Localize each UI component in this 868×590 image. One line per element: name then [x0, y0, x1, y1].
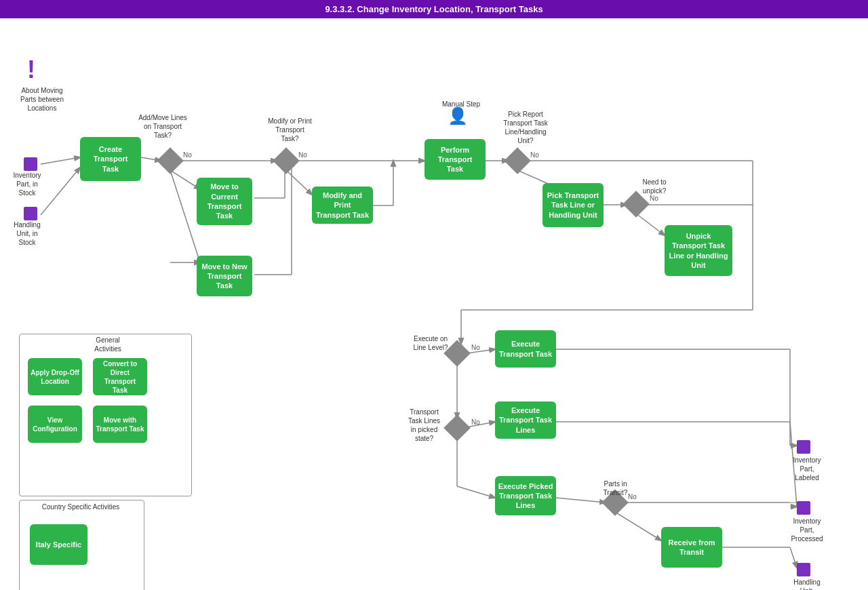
- diamond-modify-print-label: Modify or PrintTransportTask?: [261, 117, 319, 143]
- about-moving-label: About MovingParts betweenLocations: [8, 86, 76, 113]
- diamond-add-move-label: Add/Move Lineson TransportTask?: [132, 113, 193, 140]
- diamond-picked-state-label: TransportTask Linesin pickedstate?: [399, 408, 450, 443]
- diamond-line-level-label: Execute onLine Level?: [407, 334, 454, 352]
- about-icon: !: [27, 56, 35, 84]
- no-label-4: No: [650, 195, 658, 202]
- handling-unit-processed-label: HandlingUnit,Processed: [780, 578, 834, 590]
- convert-direct-box[interactable]: Convert toDirect TransportTask: [93, 358, 147, 395]
- svg-line-28: [457, 486, 495, 498]
- svg-line-40: [790, 547, 797, 568]
- svg-line-33: [615, 512, 661, 540]
- receive-transit-box[interactable]: Receive fromTransit: [661, 527, 722, 568]
- perform-transport-box[interactable]: PerformTransportTask: [425, 139, 486, 180]
- inventory-part-stock-icon: [24, 157, 37, 171]
- diamond-pick-report-label: Pick ReportTransport TaskLine/HandlingUn…: [495, 110, 556, 145]
- svg-line-0: [41, 157, 80, 164]
- pick-transport-box[interactable]: Pick TransportTask Line orHandling Unit: [542, 183, 604, 227]
- handling-unit-processed-icon: [797, 563, 810, 576]
- handling-unit-stock-icon: [24, 207, 37, 220]
- handling-unit-stock-label: HandlingUnit, inStock: [3, 220, 51, 247]
- diamond-modify-print: [273, 147, 300, 174]
- apply-dropoff-box[interactable]: Apply Drop-OffLocation: [28, 358, 82, 395]
- svg-line-31: [556, 498, 606, 503]
- no-label-2: No: [298, 151, 307, 159]
- person-icon: 👤: [448, 106, 468, 125]
- diagram-area: ! About MovingParts betweenLocations Inv…: [0, 18, 868, 590]
- execute-picked-box[interactable]: Execute PickedTransport TaskLines: [495, 476, 556, 515]
- page-title: 9.3.3.2. Change Inventory Location, Tran…: [325, 4, 542, 14]
- no-label-5: No: [471, 344, 480, 351]
- diamond-pick-report: [504, 147, 531, 174]
- svg-line-5: [170, 170, 200, 262]
- svg-line-12: [286, 170, 312, 195]
- inventory-part-labeled-label: InventoryPart,Labeled: [780, 456, 834, 482]
- no-label-1: No: [183, 151, 192, 159]
- create-transport-box[interactable]: CreateTransportTask: [80, 137, 141, 181]
- move-with-box[interactable]: Move withTransport Task: [93, 406, 147, 443]
- svg-line-20: [636, 214, 665, 235]
- country-specific-label: Country Specific Activities: [33, 503, 128, 511]
- no-label-7: No: [628, 493, 637, 500]
- inventory-part-processed-icon: [797, 501, 810, 515]
- view-config-box[interactable]: ViewConfiguration: [28, 406, 82, 443]
- general-activities-label: GeneralActivities: [74, 336, 142, 353]
- execute-transport-box[interactable]: ExecuteTransport Task: [495, 330, 556, 368]
- move-current-box[interactable]: Move toCurrentTransportTask: [197, 178, 252, 225]
- inventory-part-processed-label: InventoryPart,Processed: [780, 517, 834, 543]
- execute-lines-box[interactable]: ExecuteTransport TaskLines: [495, 401, 556, 439]
- inventory-part-stock-label: InventoryPart, inStock: [3, 171, 51, 197]
- diamond-add-move: [157, 147, 184, 174]
- title-bar: 9.3.3.2. Change Inventory Location, Tran…: [0, 0, 868, 18]
- diamond-unpick-label: Need tounpick?: [631, 178, 678, 195]
- inventory-part-labeled-icon: [797, 440, 810, 454]
- italy-specific-box[interactable]: Italy Specific: [30, 524, 87, 565]
- svg-line-4: [170, 170, 200, 189]
- move-new-box[interactable]: Move to NewTransportTask: [197, 256, 252, 296]
- modify-print-box[interactable]: Modify and PrintTransport Task: [312, 186, 373, 224]
- no-label-3: No: [530, 151, 539, 159]
- general-activities-box: GeneralActivities Apply Drop-OffLocation…: [19, 334, 192, 496]
- unpick-transport-box[interactable]: UnpickTransport TaskLine or HandlingUnit: [665, 225, 732, 276]
- no-label-6: No: [471, 418, 480, 426]
- country-specific-box: Country Specific Activities Italy Specif…: [19, 500, 144, 590]
